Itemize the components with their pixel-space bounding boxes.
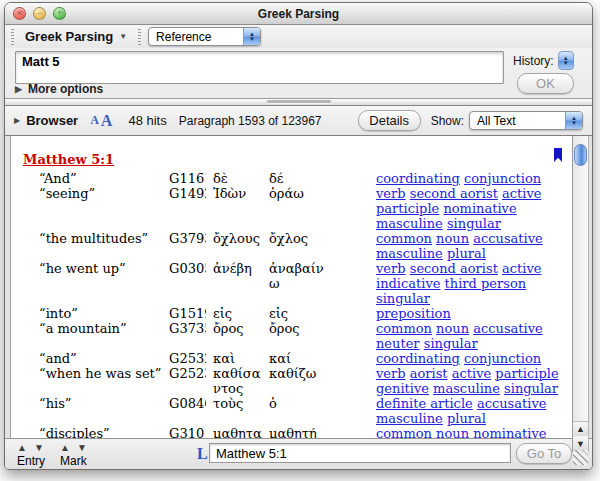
parsing-link[interactable]: preposition — [376, 306, 451, 321]
popup-arrows-icon: ▲ ▼ — [243, 28, 260, 45]
parsing-link[interactable]: neuter — [376, 336, 420, 351]
close-button[interactable]: × — [13, 7, 26, 20]
mark-down-button[interactable]: ▼ — [77, 443, 87, 453]
scrollbar-thumb[interactable] — [574, 144, 587, 166]
search-input[interactable]: Matt 5 — [15, 51, 504, 84]
parsing-link[interactable]: common — [376, 231, 432, 246]
drag-handle-icon[interactable] — [11, 29, 14, 45]
gloss-text: “when he was set” — [39, 366, 169, 381]
lexicon-icon: L — [197, 445, 208, 463]
table-row: “he went up”G0305ἀνέβηἀναβαίνωverb secon… — [11, 261, 572, 306]
parsing-link[interactable]: aorist — [410, 366, 448, 381]
greek-inflected: ὄρος — [213, 321, 263, 336]
greek-inflected: καθίσαντος — [213, 366, 263, 396]
parsing-link[interactable]: genitive — [376, 381, 429, 396]
strongs-number: G0305 — [169, 261, 206, 276]
parsing-link[interactable]: singular — [424, 336, 478, 351]
parsing-tags: verb second aorist active participle nom… — [376, 186, 570, 231]
splitter-grip-icon — [267, 100, 331, 103]
parsing-link[interactable]: singular — [504, 381, 558, 396]
resize-grip[interactable] — [573, 450, 588, 465]
parsing-link[interactable]: active — [452, 366, 491, 381]
greek-lemma: ἀναβαίνω — [269, 261, 324, 291]
drag-handle-icon[interactable] — [138, 29, 141, 45]
goto-input[interactable] — [209, 443, 511, 463]
down-arrow-icon: ▼ — [571, 121, 577, 126]
bottom-bar: ▲ ▼ Entry ▲ ▼ Mark L Go To — [5, 438, 592, 469]
parsing-link[interactable]: noun — [436, 231, 469, 246]
gloss-text: “And” — [39, 171, 169, 186]
entry-up-button[interactable]: ▲ — [17, 443, 27, 453]
down-arrow-icon: ▼ — [563, 61, 569, 66]
parsing-link[interactable]: conjunction — [464, 351, 541, 366]
parsing-link[interactable]: definite article — [376, 396, 473, 411]
parsing-link[interactable]: conjunction — [464, 171, 541, 186]
reference-popup[interactable]: Reference ▲ ▼ — [148, 27, 261, 46]
parsing-link[interactable]: accusative — [477, 396, 547, 411]
parsing-link[interactable]: singular — [447, 216, 501, 231]
reference-popup-value: Reference — [149, 30, 243, 44]
zoom-button[interactable]: + — [53, 7, 66, 20]
greek-inflected: μαθηταὶ — [213, 426, 263, 438]
more-options-disclosure[interactable]: ▶ More options — [15, 82, 103, 96]
browser-disclosure-icon[interactable]: ▶ — [14, 116, 20, 125]
parsing-link[interactable]: participle — [376, 201, 439, 216]
parsing-tags: common noun accusative masculine plural — [376, 231, 570, 261]
parsing-link[interactable]: nominative — [473, 426, 546, 438]
parsing-link[interactable]: accusative — [473, 321, 543, 336]
parsing-view[interactable]: Matthew 5:1 “And”G1161δὲδέcoordinating c… — [10, 136, 572, 438]
parsing-link[interactable]: coordinating — [376, 171, 460, 186]
entry-down-button[interactable]: ▼ — [34, 443, 44, 453]
parsing-link[interactable]: indicative — [376, 276, 440, 291]
parsing-link[interactable]: plural — [447, 411, 486, 426]
parsing-link[interactable]: singular — [376, 291, 430, 306]
parsing-link[interactable]: verb — [376, 366, 406, 381]
vertical-scrollbar[interactable]: ▲ ▼ — [572, 136, 589, 452]
parsing-link[interactable]: second aorist — [410, 261, 498, 276]
parsing-tags: verb aorist active participle genitive m… — [376, 366, 570, 396]
parsing-link[interactable]: third person — [445, 276, 527, 291]
mark-up-button[interactable]: ▲ — [60, 443, 70, 453]
history-stepper[interactable]: ▲ ▼ — [558, 51, 574, 70]
title-bar[interactable]: × − + Greek Parsing — [5, 3, 592, 25]
show-popup[interactable]: All Text ▲ ▼ — [469, 111, 583, 130]
parsing-link[interactable]: nominative — [443, 201, 516, 216]
decrease-font-button[interactable]: A — [90, 113, 99, 128]
parsing-link[interactable]: common — [376, 426, 432, 438]
parsing-link[interactable]: participle — [495, 366, 558, 381]
parsing-link[interactable]: verb — [376, 186, 406, 201]
table-row: “a mountain”G3735ὄροςὄροςcommon noun acc… — [11, 321, 572, 351]
parsing-link[interactable]: masculine — [376, 246, 443, 261]
parsing-link[interactable]: common — [376, 321, 432, 336]
workspace-menu-button[interactable]: Greek Parsing ▼ — [21, 29, 131, 44]
pane-splitter[interactable] — [5, 98, 592, 106]
ok-button[interactable]: OK — [517, 73, 574, 94]
down-arrow-icon: ▼ — [249, 37, 255, 42]
minimize-button[interactable]: − — [33, 7, 46, 20]
parsing-link[interactable]: verb — [376, 261, 406, 276]
goto-button[interactable]: Go To — [516, 443, 572, 464]
parsing-link[interactable]: coordinating — [376, 351, 460, 366]
increase-font-button[interactable]: A — [101, 112, 113, 130]
parsing-link[interactable]: active — [502, 261, 541, 276]
parsing-link[interactable]: noun — [436, 426, 469, 438]
strongs-number: G3101 — [169, 426, 206, 438]
verse-heading[interactable]: Matthew 5:1 — [23, 152, 572, 167]
hits-count: 48 hits — [128, 113, 166, 128]
table-row: “disciples”G3101μαθηταὶμαθητήςcommon nou… — [11, 426, 572, 438]
parsing-link[interactable]: masculine — [376, 411, 443, 426]
parsing-link[interactable]: masculine — [376, 216, 443, 231]
greek-inflected: εἰς — [213, 306, 263, 321]
details-button[interactable]: Details — [358, 110, 421, 131]
more-options-label: More options — [28, 82, 103, 96]
parsing-link[interactable]: second aorist — [410, 186, 498, 201]
greek-lemma: εἰς — [269, 306, 324, 321]
scroll-up-button[interactable]: ▲ — [573, 421, 588, 436]
parsing-link[interactable]: plural — [447, 246, 486, 261]
parsing-link[interactable]: noun — [436, 321, 469, 336]
parsing-link[interactable]: masculine — [433, 381, 500, 396]
parsing-link[interactable]: accusative — [473, 231, 543, 246]
parsing-link[interactable]: active — [502, 186, 541, 201]
greek-lemma: ὁράω — [269, 186, 324, 201]
window-title: Greek Parsing — [258, 7, 339, 21]
